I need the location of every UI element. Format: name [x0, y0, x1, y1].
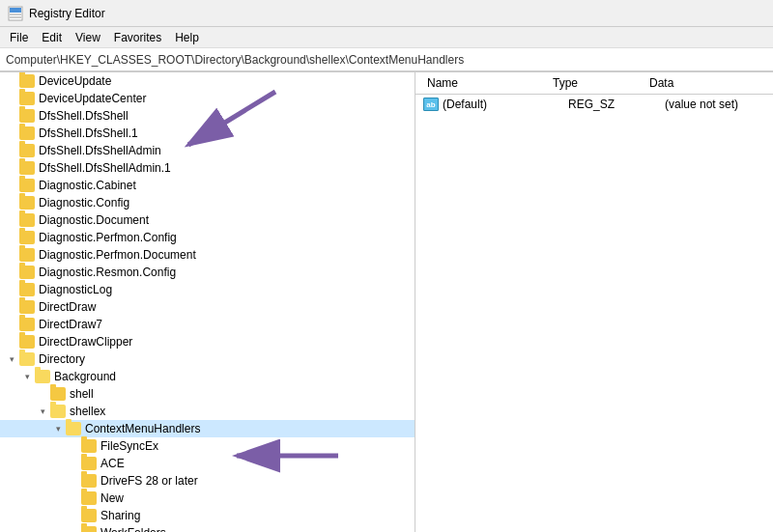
folder-icon-DriveFS — [81, 474, 97, 488]
folder-icon-DiagPerfmon — [19, 231, 35, 244]
expand-btn-ContextMenuHandlers[interactable]: ▾ — [50, 421, 66, 436]
menu-edit[interactable]: Edit — [36, 29, 68, 46]
menu-favorites[interactable]: Favorites — [108, 29, 167, 46]
tree-label-DiagLog: DiagnosticLog — [39, 283, 112, 296]
tree-label-DfsShellAdmin1: DfsShell.DfsShellAdmin.1 — [39, 161, 171, 175]
tree-item-shellex[interactable]: ▾shellex — [0, 403, 415, 420]
right-row-default[interactable]: ab (Default) REG_SZ (value not set) — [415, 95, 773, 114]
tree-label-Background: Background — [54, 370, 116, 383]
tree-label-DirectDraw: DirectDraw — [39, 300, 96, 314]
tree-item-DfsShellAdmin1[interactable]: DfsShell.DfsShellAdmin.1 — [0, 159, 415, 177]
tree-label-DirectDraw7: DirectDraw7 — [39, 318, 102, 331]
tree-item-ACE[interactable]: ACE — [0, 455, 415, 472]
tree-item-DiagConfig[interactable]: Diagnostic.Config — [0, 194, 415, 211]
tree-item-DiagResmon[interactable]: Diagnostic.Resmon.Config — [0, 264, 415, 281]
folder-icon-WorkFolders — [81, 526, 97, 532]
tree-item-DiagPerfmon[interactable]: Diagnostic.Perfmon.Config — [0, 229, 415, 246]
tree-item-DiagDocument[interactable]: Diagnostic.Document — [0, 211, 415, 229]
title-bar-text: Registry Editor — [29, 7, 105, 20]
folder-icon-DfsShellAdmin1 — [19, 161, 35, 175]
tree-label-ContextMenuHandlers: ContextMenuHandlers — [85, 422, 200, 435]
folder-icon-DeviceUpdate — [19, 74, 35, 88]
tree-item-WorkFolders[interactable]: WorkFolders — [0, 524, 415, 532]
tree-label-DiagDocument: Diagnostic.Document — [39, 213, 149, 227]
col-header-type: Type — [549, 74, 645, 92]
tree-label-shell: shell — [70, 387, 94, 401]
tree-item-New[interactable]: New — [0, 490, 415, 507]
folder-icon-DiagResmon — [19, 266, 35, 279]
tree-item-DiagCabinet[interactable]: Diagnostic.Cabinet — [0, 177, 415, 194]
svg-rect-2 — [10, 14, 21, 15]
folder-icon-DiagDocument — [19, 213, 35, 227]
tree-label-DfsShellAdmin: DfsShell.DfsShellAdmin — [39, 144, 161, 157]
folder-icon-DirectDraw7 — [19, 318, 35, 331]
folder-icon-DirectDrawClipper — [19, 335, 35, 349]
tree-item-Background[interactable]: ▾Background — [0, 368, 415, 385]
tree-item-ContextMenuHandlers[interactable]: ▾ContextMenuHandlers — [0, 420, 415, 437]
folder-icon-FileSyncEx — [81, 439, 97, 453]
tree-item-Sharing[interactable]: Sharing — [0, 507, 415, 524]
tree-item-shell[interactable]: shell — [0, 385, 415, 403]
tree-item-DirectDraw[interactable]: DirectDraw — [0, 298, 415, 316]
folder-icon-DfsShell1 — [19, 126, 35, 140]
tree-label-Sharing: Sharing — [100, 509, 140, 522]
cell-data-default: (value not set) — [665, 98, 765, 111]
cell-type-default: REG_SZ — [568, 98, 665, 111]
tree-label-DiagResmon: Diagnostic.Resmon.Config — [39, 266, 176, 279]
tree-item-DirectDraw7[interactable]: DirectDraw7 — [0, 316, 415, 333]
tree-item-FileSyncEx[interactable]: FileSyncEx — [0, 437, 415, 455]
cell-name-default: (Default) — [443, 98, 568, 111]
folder-icon-DiagLog — [19, 283, 35, 296]
folder-icon-DfsShellAdmin — [19, 144, 35, 157]
tree-label-FileSyncEx: FileSyncEx — [100, 439, 158, 453]
expand-btn-Directory[interactable]: ▾ — [4, 351, 19, 367]
address-path: Computer\HKEY_CLASSES_ROOT\Directory\Bac… — [6, 53, 464, 67]
tree-label-DiagConfig: Diagnostic.Config — [39, 196, 129, 210]
tree-label-ACE: ACE — [100, 457, 125, 470]
tree-item-DriveFS[interactable]: DriveFS 28 or later — [0, 472, 415, 490]
title-bar: Registry Editor — [0, 0, 773, 27]
tree-label-DeviceUpdateCenter: DeviceUpdateCenter — [39, 92, 146, 105]
tree-item-Directory[interactable]: ▾Directory — [0, 350, 415, 368]
tree-label-WorkFolders: WorkFolders — [100, 526, 166, 532]
tree-pane[interactable]: DeviceUpdate DeviceUpdateCenter DfsShell… — [0, 72, 415, 532]
tree-item-DeviceUpdateCenter[interactable]: DeviceUpdateCenter — [0, 90, 415, 107]
tree-item-DiagLog[interactable]: DiagnosticLog — [0, 281, 415, 298]
folder-icon-ACE — [81, 457, 97, 470]
folder-icon-shellex — [50, 405, 66, 418]
main-content: DeviceUpdate DeviceUpdateCenter DfsShell… — [0, 71, 773, 532]
folder-icon-Directory — [19, 352, 35, 366]
tree-label-shellex: shellex — [70, 405, 105, 418]
menu-file[interactable]: File — [4, 29, 34, 46]
tree-label-DeviceUpdate: DeviceUpdate — [39, 74, 111, 88]
right-header: Name Type Data — [415, 72, 773, 95]
folder-icon-DiagConfig — [19, 196, 35, 210]
registry-editor-icon — [8, 6, 23, 21]
tree-item-DiagPerfmonDoc[interactable]: Diagnostic.Perfmon.Document — [0, 246, 415, 264]
tree-label-DriveFS: DriveFS 28 or later — [100, 474, 198, 488]
expand-btn-Background[interactable]: ▾ — [19, 369, 35, 384]
tree-item-DeviceUpdate[interactable]: DeviceUpdate — [0, 72, 415, 90]
tree-label-DiagPerfmonDoc: Diagnostic.Perfmon.Document — [39, 248, 196, 262]
tree-item-DfsShell[interactable]: DfsShell.DfsShell — [0, 107, 415, 125]
folder-icon-Sharing — [81, 509, 97, 522]
app-window: Registry Editor File Edit View Favorites… — [0, 0, 773, 532]
menu-help[interactable]: Help — [169, 29, 205, 46]
tree-item-DfsShellAdmin[interactable]: DfsShell.DfsShellAdmin — [0, 142, 415, 159]
col-header-name: Name — [423, 74, 549, 92]
tree-item-DirectDrawClipper[interactable]: DirectDrawClipper — [0, 333, 415, 350]
menu-bar: File Edit View Favorites Help — [0, 27, 773, 48]
tree-label-DfsShell1: DfsShell.DfsShell.1 — [39, 126, 138, 140]
menu-view[interactable]: View — [70, 29, 106, 46]
folder-icon-DeviceUpdateCenter — [19, 92, 35, 105]
tree-item-DfsShell1[interactable]: DfsShell.DfsShell.1 — [0, 125, 415, 142]
svg-rect-3 — [10, 16, 21, 18]
expand-btn-shellex[interactable]: ▾ — [35, 404, 50, 419]
tree-label-DirectDrawClipper: DirectDrawClipper — [39, 335, 132, 349]
folder-icon-Background — [35, 370, 50, 383]
folder-icon-DfsShell — [19, 109, 35, 123]
tree-label-DfsShell: DfsShell.DfsShell — [39, 109, 129, 123]
tree-label-New: New — [100, 491, 124, 505]
folder-icon-ContextMenuHandlers — [66, 422, 81, 435]
folder-icon-DiagPerfmonDoc — [19, 248, 35, 262]
